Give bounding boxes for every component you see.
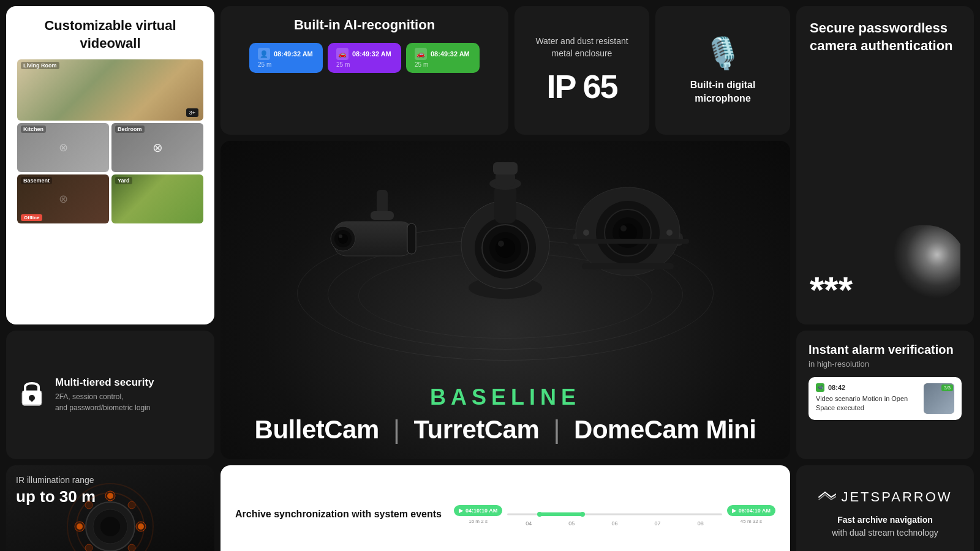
archive-title: Archive synchronization with system even… xyxy=(235,509,442,520)
marker-right-sub: 45 m 32 s xyxy=(741,519,762,524)
alarm-card: Instant alarm verification in high-resol… xyxy=(796,331,974,459)
security-card: Multi-tiered security 2FA, session contr… xyxy=(6,331,214,459)
svg-point-28 xyxy=(583,230,589,236)
camera-names: BulletCam | TurretCam | DomeCam Mini xyxy=(255,415,756,444)
ai-tag-green: 🚗 08:49:32 AM 25 m xyxy=(406,43,480,73)
jetsparrow-desc: Fast archive navigation with dual stream… xyxy=(832,514,938,539)
ai-tag-purple-time: 08:49:32 AM xyxy=(352,50,391,58)
svg-rect-1 xyxy=(371,211,394,220)
alarm-subtitle: in high-resolution xyxy=(809,359,962,369)
ai-tag-blue-time: 08:49:32 AM xyxy=(274,50,313,58)
alarm-thumbnail: 3/3 xyxy=(924,383,954,414)
vw-label-yard: Yard xyxy=(115,177,132,184)
archive-card: Archive synchronization with system even… xyxy=(221,465,790,551)
ai-tag-green-time: 08:49:32 AM xyxy=(431,50,470,58)
ip65-card: Water and dust resistant metal enclosure… xyxy=(514,6,649,135)
turretcam-name: TurretCam xyxy=(414,415,540,444)
ip65-desc: Water and dust resistant metal enclosure xyxy=(524,36,639,59)
vw-label-basement: Basement xyxy=(21,177,52,184)
ai-tag-blue-dist: 25 m xyxy=(258,61,314,68)
jetsparrow-icon xyxy=(818,491,836,503)
turretcam-svg xyxy=(450,153,560,300)
svg-point-52 xyxy=(138,523,144,530)
mic-title: Built-in digital microphone xyxy=(665,78,780,106)
timeline-segment xyxy=(540,512,582,516)
videowall-card: Customizable virtual videowall Living Ro… xyxy=(6,6,214,324)
jetsparrow-desc1: Fast archive navigation xyxy=(837,515,933,525)
vw-label-livingroom: Living Room xyxy=(21,62,59,69)
ir-camera-visual xyxy=(61,478,159,551)
tick-08: 08 xyxy=(698,520,704,527)
svg-rect-0 xyxy=(377,190,388,214)
secure-card: Secure passwordless camera authenticatio… xyxy=(796,6,974,324)
bulletcam-name: BulletCam xyxy=(255,415,379,444)
svg-point-27 xyxy=(620,225,627,231)
svg-point-51 xyxy=(77,523,83,530)
security-title: Multi-tiered security xyxy=(55,377,154,389)
timeline-dot-right xyxy=(580,512,585,517)
ai-card: Built-in AI-recognition 👤 08:49:32 AM 25… xyxy=(221,6,508,135)
baseline-b: B xyxy=(430,384,451,410)
tick-04: 04 xyxy=(526,520,532,527)
ai-tag-purple-dist: 25 m xyxy=(336,61,393,68)
arrow-icon-right: ▶ xyxy=(732,508,736,514)
secure-visual: *** xyxy=(810,54,960,311)
timeline-track: 04 05 06 07 08 xyxy=(507,502,722,527)
marker-left-time: 04:10:10 AM xyxy=(466,508,497,514)
burst-visual xyxy=(893,225,960,299)
vw-label-bedroom: Bedroom xyxy=(115,126,145,133)
jetsparrow-card: JETSPARROW Fast archive navigation with … xyxy=(796,465,974,551)
person-icon: 👤 xyxy=(258,48,270,60)
vw-cell-kitchen: Kitchen ⊗ xyxy=(17,123,109,172)
ip65-text: IP 65 xyxy=(546,67,617,105)
alarm-camera-icon: 📹 xyxy=(816,383,824,392)
svg-point-49 xyxy=(107,493,113,499)
security-text: Multi-tiered security 2FA, session contr… xyxy=(55,377,154,413)
secure-title: Secure passwordless camera authenticatio… xyxy=(810,20,960,54)
svg-point-47 xyxy=(85,544,92,551)
svg-rect-35 xyxy=(23,404,40,406)
main-camera-card: BASELINE BulletCam | TurretCam | DomeCam… xyxy=(221,141,790,459)
svg-rect-30 xyxy=(567,239,689,244)
timeline-marker-right: ▶ 08:04:10 AM 45 m 32 s xyxy=(727,505,775,524)
baseline-logo: BASELINE xyxy=(430,384,581,410)
timeline-container: ▶ 04:10:10 AM 16 m 2 s 04 05 06 07 08 xyxy=(454,502,775,527)
vw-cell-livingroom: Living Room 3+ xyxy=(17,59,203,121)
mic-card: 🎙️ Built-in digital microphone xyxy=(655,6,790,135)
jetsparrow-desc2: with dual stream technology xyxy=(832,528,938,538)
ir-card: IR illumination range up to 30 m xyxy=(6,465,214,551)
ai-tag-blue: 👤 08:49:32 AM 25 m xyxy=(249,43,323,73)
alarm-card-left: 📹 08:42 Video scenario Motion in Open Sp… xyxy=(816,383,918,413)
svg-point-46 xyxy=(128,501,135,509)
videowall-grid: Living Room 3+ Kitchen ⊗ ⊗ Bedroom ⊗ Bas… xyxy=(17,59,203,313)
ai-tags: 👤 08:49:32 AM 25 m 🚗 08:49:32 AM 25 m 🚗 … xyxy=(233,43,496,73)
svg-point-7 xyxy=(339,234,342,238)
svg-point-40 xyxy=(100,517,120,536)
timeline-dot-left xyxy=(537,512,542,517)
jetsparrow-name: JETSPARROW xyxy=(841,489,952,505)
password-stars: *** xyxy=(810,269,853,311)
domecam-name: DomeCam Mini xyxy=(574,415,756,444)
vw-cell-yard: Yard xyxy=(111,174,203,223)
bulletcam-svg xyxy=(322,190,444,276)
marker-left-sub: 16 m 2 s xyxy=(469,519,488,524)
domecam-svg xyxy=(560,184,695,282)
marker-right-time: 08:04:10 AM xyxy=(739,508,771,514)
cameras-visual xyxy=(291,153,720,349)
svg-rect-34 xyxy=(31,398,33,402)
offline-badge: Offline xyxy=(21,214,42,221)
timeline-marker-left: ▶ 04:10:10 AM 16 m 2 s xyxy=(454,505,502,524)
vw-cell-bedroom: ⊗ Bedroom xyxy=(111,123,203,172)
tick-07: 07 xyxy=(655,520,661,527)
car-icon-green: 🚗 xyxy=(415,48,427,60)
alarm-time-text: 08:42 xyxy=(828,384,845,391)
svg-rect-8 xyxy=(407,223,416,254)
alarm-time-row: 📹 08:42 xyxy=(816,383,918,392)
car-icon-purple: 🚗 xyxy=(336,48,349,60)
jetsparrow-logo: JETSPARROW xyxy=(818,489,952,505)
svg-point-15 xyxy=(498,241,504,247)
baseline-rest: ASELINE xyxy=(451,384,581,410)
alarm-badge: 3/3 xyxy=(941,384,953,391)
tick-05: 05 xyxy=(568,520,575,527)
alarm-title: Instant alarm verification xyxy=(809,343,962,357)
